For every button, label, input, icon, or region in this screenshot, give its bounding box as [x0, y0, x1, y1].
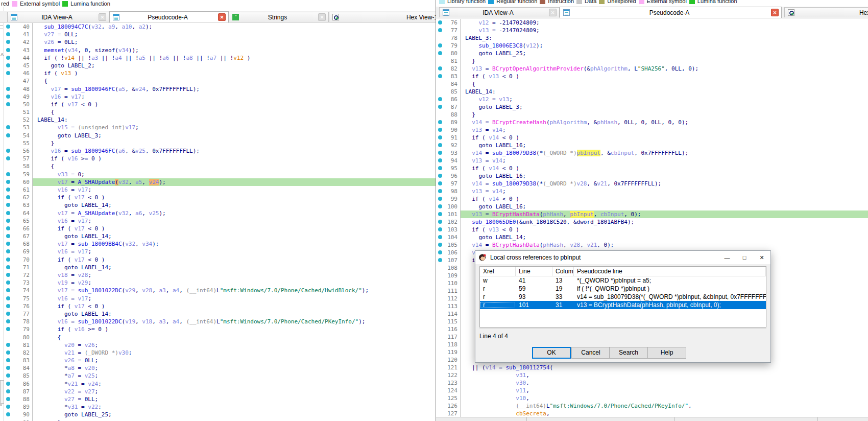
- code-line[interactable]: 58 {: [4, 162, 436, 170]
- tab-close-icon[interactable]: ✕: [771, 9, 779, 16]
- breakpoint-gutter[interactable]: [4, 147, 12, 155]
- tab-close-icon[interactable]: ✕: [99, 13, 106, 21]
- breakpoint-gutter[interactable]: [4, 155, 12, 162]
- code-line[interactable]: 48 v17 = sub_1800946FC(a5, &v24, 0x7FFFF…: [4, 85, 436, 93]
- breakpoint-gutter[interactable]: [4, 271, 12, 279]
- code-line[interactable]: 47 {: [4, 77, 436, 85]
- maximize-icon[interactable]: □: [736, 251, 753, 264]
- breakpoint-gutter[interactable]: [436, 341, 444, 348]
- breakpoint-dot[interactable]: [438, 212, 442, 216]
- xref-row[interactable]: r5919 if ( !*(_QWORD *)pbInput ): [480, 285, 766, 293]
- code-line[interactable]: 41 v27 = 0LL;: [4, 31, 436, 38]
- breakpoint-dot[interactable]: [6, 40, 10, 44]
- tab-close-icon[interactable]: ✕: [218, 13, 226, 21]
- breakpoint-dot[interactable]: [6, 242, 10, 246]
- code-line[interactable]: 93 v14 = sub_180079D38(*(_QWORD *)pbInpu…: [436, 149, 868, 157]
- code-line[interactable]: 126 (__int64)L"msft:Windows/7.0/Phone/Ca…: [436, 402, 868, 410]
- breakpoint-dot[interactable]: [438, 250, 442, 254]
- breakpoint-dot[interactable]: [438, 197, 442, 201]
- code-line[interactable]: 81 }: [436, 57, 868, 65]
- breakpoint-gutter[interactable]: [436, 27, 444, 34]
- breakpoint-gutter[interactable]: [4, 302, 12, 310]
- breakpoint-gutter[interactable]: [436, 264, 444, 272]
- breakpoint-gutter[interactable]: [436, 80, 444, 88]
- code-line[interactable]: 92 goto LABEL_16;: [436, 142, 868, 149]
- column-header-line[interactable]: Line: [516, 267, 552, 276]
- breakpoint-gutter[interactable]: [4, 108, 12, 116]
- breakpoint-gutter[interactable]: [4, 248, 12, 255]
- code-line[interactable]: 89 v14 = BCryptCreateHash(phAlgorithm, &…: [436, 119, 868, 126]
- breakpoint-dot[interactable]: [6, 203, 10, 207]
- breakpoint-gutter[interactable]: [436, 387, 444, 394]
- breakpoint-gutter[interactable]: [436, 295, 444, 302]
- tab-close-icon[interactable]: ✕: [318, 13, 326, 21]
- tab-hex-view-1[interactable]: Hex View-1✕: [784, 7, 868, 17]
- code-line[interactable]: 63 goto LABEL_14;: [4, 201, 436, 209]
- breakpoint-gutter[interactable]: [436, 57, 444, 65]
- breakpoint-gutter[interactable]: [4, 318, 12, 325]
- breakpoint-dot[interactable]: [6, 366, 10, 370]
- breakpoint-dot[interactable]: [438, 181, 442, 185]
- code-line[interactable]: 86 *v21 = v24;: [4, 380, 436, 388]
- breakpoint-dot[interactable]: [438, 143, 442, 147]
- breakpoint-dot[interactable]: [438, 227, 442, 231]
- breakpoint-dot[interactable]: [438, 28, 442, 32]
- xref-row[interactable]: r9333v14 = sub_180079D38(*(_QWORD *)pbIn…: [480, 293, 766, 301]
- breakpoint-dot[interactable]: [6, 172, 10, 176]
- tab-ida-view-a[interactable]: IDA View-A✕: [439, 7, 560, 17]
- code-line[interactable]: 91 if ( v14 < 0 ): [436, 134, 868, 142]
- breakpoint-gutter[interactable]: [4, 419, 12, 421]
- code-line[interactable]: 86 v12 = v13;: [436, 96, 868, 103]
- breakpoint-gutter[interactable]: [4, 310, 12, 318]
- breakpoint-dot[interactable]: [6, 156, 10, 160]
- breakpoint-gutter[interactable]: [436, 218, 444, 226]
- breakpoint-dot[interactable]: [6, 180, 10, 184]
- breakpoint-gutter[interactable]: [436, 65, 444, 73]
- breakpoint-dot[interactable]: [6, 56, 10, 60]
- code-line[interactable]: 65 v16 = v17;: [4, 217, 436, 225]
- breakpoint-gutter[interactable]: [4, 62, 12, 69]
- breakpoint-dot[interactable]: [6, 195, 10, 199]
- breakpoint-dot[interactable]: [6, 319, 10, 323]
- breakpoint-gutter[interactable]: [4, 287, 12, 294]
- breakpoint-dot[interactable]: [6, 273, 10, 277]
- breakpoint-gutter[interactable]: [4, 395, 12, 403]
- breakpoint-gutter[interactable]: [436, 157, 444, 165]
- tab-ida-view-a[interactable]: IDA View-A✕: [7, 12, 109, 22]
- code-line[interactable]: 57 if ( v16 >= 0 ): [4, 155, 436, 162]
- breakpoint-gutter[interactable]: [4, 217, 12, 225]
- breakpoint-dot[interactable]: [6, 280, 10, 285]
- code-line[interactable]: 90 goto LABEL_25;: [4, 411, 436, 418]
- breakpoint-dot[interactable]: [6, 412, 10, 416]
- code-line[interactable]: 72 v18 = v28;: [4, 271, 436, 279]
- breakpoint-gutter[interactable]: [436, 241, 444, 249]
- breakpoint-gutter[interactable]: [4, 380, 12, 388]
- breakpoint-gutter[interactable]: [4, 93, 12, 101]
- code-line[interactable]: 67 goto LABEL_14;: [4, 232, 436, 240]
- column-header-column[interactable]: Column: [552, 267, 574, 276]
- breakpoint-gutter[interactable]: [4, 194, 12, 201]
- breakpoint-gutter[interactable]: [436, 402, 444, 410]
- code-line[interactable]: 127 cbSecreta,: [436, 410, 868, 417]
- code-line[interactable]: 82 v21 = (_DWORD *)v30;: [4, 349, 436, 357]
- help-button[interactable]: Help: [647, 347, 686, 359]
- dialog-title-bar[interactable]: Local cross references to pbInput — □ ✕: [475, 251, 770, 264]
- breakpoint-dot[interactable]: [6, 397, 10, 401]
- breakpoint-dot[interactable]: [6, 265, 10, 269]
- breakpoint-dot[interactable]: [6, 211, 10, 215]
- breakpoint-gutter[interactable]: [4, 388, 12, 395]
- tab-pseudocode-a[interactable]: Pseudocode-A✕: [560, 7, 782, 18]
- code-line[interactable]: 60 v17 = A_SHAUpdate(v32, a5, v24);: [4, 178, 436, 186]
- breakpoint-dot[interactable]: [438, 235, 442, 239]
- breakpoint-gutter[interactable]: [4, 38, 12, 46]
- breakpoint-dot[interactable]: [6, 219, 10, 223]
- breakpoint-dot[interactable]: [6, 296, 10, 300]
- code-line[interactable]: 69 v16 = v17;: [4, 248, 436, 255]
- breakpoint-dot[interactable]: [438, 174, 442, 178]
- breakpoint-dot[interactable]: [438, 105, 442, 109]
- code-line[interactable]: 80 goto LABEL_25;: [436, 50, 868, 57]
- breakpoint-gutter[interactable]: [436, 233, 444, 241]
- code-line[interactable]: 55 }: [4, 139, 436, 147]
- code-line[interactable]: 73 v19 = v29;: [4, 279, 436, 287]
- breakpoint-gutter[interactable]: [436, 134, 444, 142]
